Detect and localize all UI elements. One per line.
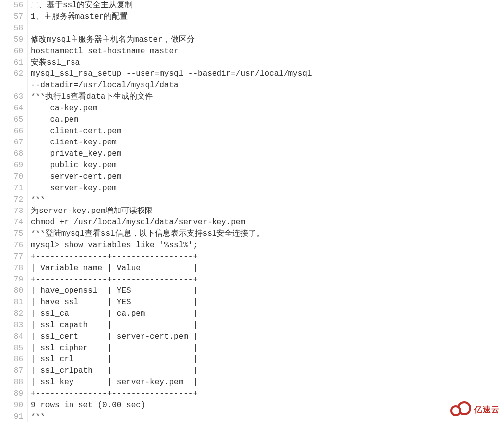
line-number: 81 xyxy=(0,297,23,308)
code-line: | ssl_key | server-key.pem | xyxy=(31,377,504,388)
code-line: ***登陆mysql查看ssl信息，以下信息表示支持ssl安全连接了。 xyxy=(31,228,504,240)
line-number: 88 xyxy=(0,377,23,388)
line-number: 71 xyxy=(0,183,23,194)
line-number: 66 xyxy=(0,126,23,137)
code-line: 安装ssl_rsa xyxy=(31,57,504,69)
cloud-icon xyxy=(450,401,473,417)
line-number: 79 xyxy=(0,274,23,285)
code-line: +---------------+-----------------+ xyxy=(31,388,504,400)
line-number-blank xyxy=(0,80,23,91)
code-line: | ssl_crl | | xyxy=(31,354,504,365)
line-number-gutter: 5657585960616263646566676869707172737475… xyxy=(0,0,28,422)
line-number: 70 xyxy=(0,171,23,183)
code-line: | ssl_crlpath | | xyxy=(31,365,504,377)
line-number: 89 xyxy=(0,388,23,400)
code-line: client-cert.pem xyxy=(31,126,504,137)
code-line: server-key.pem xyxy=(31,183,504,194)
line-number: 59 xyxy=(0,34,23,46)
code-line: 二、基于ssl的安全主从复制 xyxy=(31,0,504,11)
line-number: 86 xyxy=(0,354,23,365)
line-number: 63 xyxy=(0,91,23,103)
code-line: | Variable_name | Value | xyxy=(31,263,504,274)
line-number: 57 xyxy=(0,11,23,23)
code-line: +---------------+-----------------+ xyxy=(31,251,504,263)
line-number: 87 xyxy=(0,365,23,377)
line-number: 84 xyxy=(0,331,23,343)
code-line-wrap: --datadir=/usr/local/mysql/data xyxy=(31,80,504,91)
code-line: ca-key.pem xyxy=(31,103,504,114)
line-number: 60 xyxy=(0,46,23,57)
code-line: | ssl_cert | server-cert.pem | xyxy=(31,331,504,343)
code-line: hostnamectl set-hostname master xyxy=(31,46,504,57)
code-line: ***执行ls查看data下生成的文件 xyxy=(31,91,504,103)
line-number: 76 xyxy=(0,240,23,251)
code-line: *** xyxy=(31,194,504,206)
line-number: 80 xyxy=(0,285,23,297)
line-number: 83 xyxy=(0,320,23,331)
line-number: 91 xyxy=(0,411,23,422)
code-line: client-key.pem xyxy=(31,137,504,148)
line-number: 69 xyxy=(0,160,23,171)
line-number: 73 xyxy=(0,206,23,217)
line-number: 65 xyxy=(0,114,23,126)
line-number: 56 xyxy=(0,0,23,11)
code-line: | ssl_ca | ca.pem | xyxy=(31,308,504,320)
line-number: 85 xyxy=(0,343,23,354)
code-line: public_key.pem xyxy=(31,160,504,171)
code-line xyxy=(31,23,504,34)
code-line: | ssl_cipher | | xyxy=(31,343,504,354)
line-number: 90 xyxy=(0,400,23,411)
line-number: 82 xyxy=(0,308,23,320)
code-line: +---------------+-----------------+ xyxy=(31,274,504,285)
yisu-cloud-logo: 亿速云 xyxy=(450,399,500,419)
line-number: 68 xyxy=(0,148,23,160)
code-line: 为server-key.pem增加可读权限 xyxy=(31,206,504,217)
code-line: | have_ssl | YES | xyxy=(31,297,504,308)
code-line: 1、主服务器master的配置 xyxy=(31,11,504,23)
line-number: 74 xyxy=(0,217,23,228)
line-number: 72 xyxy=(0,194,23,206)
line-number: 77 xyxy=(0,251,23,263)
line-number: 62 xyxy=(0,69,23,80)
code-line: | have_openssl | YES | xyxy=(31,285,504,297)
line-number: 67 xyxy=(0,137,23,148)
code-line: ca.pem xyxy=(31,114,504,126)
line-number: 61 xyxy=(0,57,23,69)
line-number: 78 xyxy=(0,263,23,274)
line-number: 75 xyxy=(0,228,23,240)
code-line: *** xyxy=(31,411,504,422)
code-block: 二、基于ssl的安全主从复制1、主服务器master的配置修改mysql主服务器… xyxy=(28,0,504,422)
code-line: server-cert.pem xyxy=(31,171,504,183)
code-line: chmod +r /usr/local/mysql/data/server-ke… xyxy=(31,217,504,228)
code-line: mysql> show variables like '%ssl%'; xyxy=(31,240,504,251)
code-line: | ssl_capath | | xyxy=(31,320,504,331)
line-number: 64 xyxy=(0,103,23,114)
line-number: 58 xyxy=(0,23,23,34)
code-line: 修改mysql主服务器主机名为master，做区分 xyxy=(31,34,504,46)
code-line: 9 rows in set (0.00 sec) xyxy=(31,400,504,411)
code-line: private_key.pem xyxy=(31,148,504,160)
code-line: mysql_ssl_rsa_setup --user=mysql --based… xyxy=(31,69,504,80)
logo-text: 亿速云 xyxy=(474,404,500,415)
